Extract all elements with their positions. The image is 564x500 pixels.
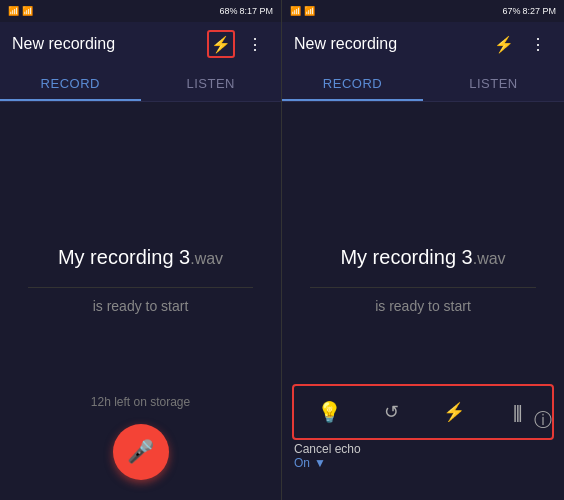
cancel-echo-dropdown[interactable]: On ▼ (294, 456, 361, 470)
right-status-left: 📶 📶 (290, 6, 315, 16)
left-recording-ext: .wav (190, 250, 223, 267)
right-tabs: RECORD LISTEN (282, 66, 564, 102)
left-battery: 68% (219, 6, 237, 16)
undo-icon: ↺ (384, 401, 399, 423)
right-tab-record[interactable]: RECORD (282, 66, 423, 101)
right-tab-listen[interactable]: LISTEN (423, 66, 564, 101)
left-status-bar: 📶 📶 68% 8:17 PM (0, 0, 281, 22)
right-main-content: My recording 3.wav is ready to start 💡 ↺… (282, 102, 564, 500)
right-menu-icon: ⋮ (530, 35, 546, 54)
right-status-bar: 📶 📶 67% 8:27 PM (282, 0, 564, 22)
left-flash-icon: ⚡ (211, 35, 231, 54)
right-cancel-echo: Cancel echo On ▼ (294, 442, 361, 470)
left-menu-button[interactable]: ⋮ (241, 30, 269, 58)
lightbulb-icon: 💡 (317, 400, 342, 424)
left-time: 8:17 PM (239, 6, 273, 16)
left-recording-name-text: My recording 3 (58, 246, 190, 268)
left-status-right: 68% 8:17 PM (219, 6, 273, 16)
info-icon: ⓘ (534, 410, 552, 430)
left-app-header: New recording ⚡ ⋮ (0, 22, 281, 66)
right-toolbar-waveform[interactable]: ||| (499, 394, 535, 430)
right-toolbar-flash-off[interactable]: ⚡ (436, 394, 472, 430)
right-flash-icon: ⚡ (494, 35, 514, 54)
right-recording-status: is ready to start (375, 298, 471, 314)
right-toolbar-lightbulb[interactable]: 💡 (311, 394, 347, 430)
left-record-btn-container: 🎤 (113, 424, 169, 480)
cancel-echo-label: Cancel echo (294, 442, 361, 456)
chevron-down-icon: ▼ (314, 456, 326, 470)
left-tab-record[interactable]: RECORD (0, 66, 141, 101)
left-recording-status: is ready to start (93, 298, 189, 314)
right-divider (310, 287, 536, 288)
right-app-header: New recording ⚡ ⋮ (282, 22, 564, 66)
left-tabs: RECORD LISTEN (0, 66, 281, 102)
right-flash-button[interactable]: ⚡ (490, 30, 518, 58)
right-status-right: 67% 8:27 PM (502, 6, 556, 16)
left-mic-icon: 🎤 (127, 439, 154, 465)
right-wifi-icon: 📶 (304, 6, 315, 16)
right-bottom-toolbar: 💡 ↺ ⚡ ||| (292, 384, 554, 440)
left-header-icons: ⚡ ⋮ (207, 30, 269, 58)
right-battery: 67% (502, 6, 520, 16)
right-time: 8:27 PM (522, 6, 556, 16)
left-status-left: 📶 📶 (8, 6, 33, 16)
left-app-title: New recording (12, 35, 115, 53)
left-divider (28, 287, 253, 288)
right-toolbar-undo[interactable]: ↺ (374, 394, 410, 430)
left-tab-listen[interactable]: LISTEN (141, 66, 282, 101)
right-phone-panel: 📶 📶 67% 8:27 PM New recording ⚡ ⋮ RECORD… (282, 0, 564, 500)
right-info-button[interactable]: ⓘ (534, 408, 552, 432)
left-recording-name: My recording 3.wav (58, 246, 223, 269)
left-record-button[interactable]: 🎤 (113, 424, 169, 480)
right-menu-button[interactable]: ⋮ (524, 30, 552, 58)
left-flash-button[interactable]: ⚡ (207, 30, 235, 58)
left-signal-icon: 📶 (8, 6, 19, 16)
right-recording-name-text: My recording 3 (340, 246, 472, 268)
right-recording-name: My recording 3.wav (340, 246, 505, 269)
left-storage-text: 12h left on storage (91, 395, 190, 409)
right-signal-icon: 📶 (290, 6, 301, 16)
left-wifi-icon: 📶 (22, 6, 33, 16)
right-header-icons: ⚡ ⋮ (490, 30, 552, 58)
flash-off-icon: ⚡ (443, 401, 465, 423)
cancel-echo-value-text: On (294, 456, 310, 470)
left-menu-icon: ⋮ (247, 35, 263, 54)
right-app-title: New recording (294, 35, 397, 53)
right-recording-ext: .wav (473, 250, 506, 267)
left-main-content: My recording 3.wav is ready to start 12h… (0, 102, 281, 500)
left-phone-panel: 📶 📶 68% 8:17 PM New recording ⚡ ⋮ RECORD… (0, 0, 282, 500)
waveform-icon: ||| (513, 402, 521, 423)
